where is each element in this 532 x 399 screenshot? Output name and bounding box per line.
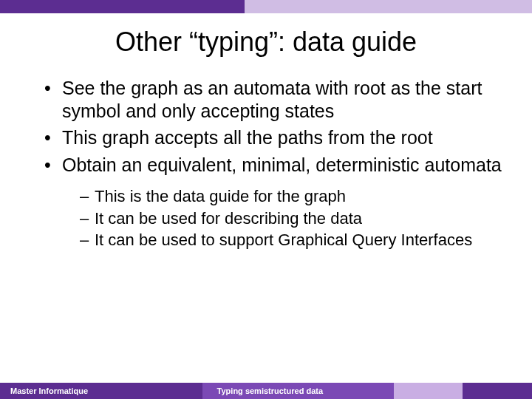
footer-center: Typing semistructured data <box>202 383 394 399</box>
footer-bar: Master Informatique Typing semistructure… <box>0 383 532 399</box>
slide: Other “typing”: data guide See the graph… <box>0 0 532 399</box>
top-accent-bar <box>0 0 532 13</box>
slide-title: Other “typing”: data guide <box>0 27 532 58</box>
footer-center-text: Typing semistructured data <box>217 386 323 395</box>
sub-bullet-item: This is the data guide for the graph <box>80 186 502 207</box>
bullet-item: Obtain an equivalent, minimal, determini… <box>44 154 502 250</box>
bullet-item-text: Obtain an equivalent, minimal, determini… <box>62 154 502 175</box>
bullet-item: See the graph as an automata with root a… <box>44 77 502 122</box>
footer-accent-dark <box>463 383 532 399</box>
top-accent-dark <box>0 0 245 13</box>
footer-left-text: Master Informatique <box>10 386 88 395</box>
footer-accent-light <box>394 383 463 399</box>
bullet-item: This graph accepts all the paths from th… <box>44 126 502 149</box>
bullet-list: See the graph as an automata with root a… <box>44 77 502 250</box>
slide-body: See the graph as an automata with root a… <box>0 77 532 399</box>
sub-bullet-item: It can be used for describing the data <box>80 208 502 229</box>
sub-bullet-list: This is the data guide for the graph It … <box>62 186 502 250</box>
footer-left: Master Informatique <box>0 383 202 399</box>
top-accent-light <box>245 0 532 13</box>
sub-bullet-item: It can be used to support Graphical Quer… <box>80 230 502 250</box>
